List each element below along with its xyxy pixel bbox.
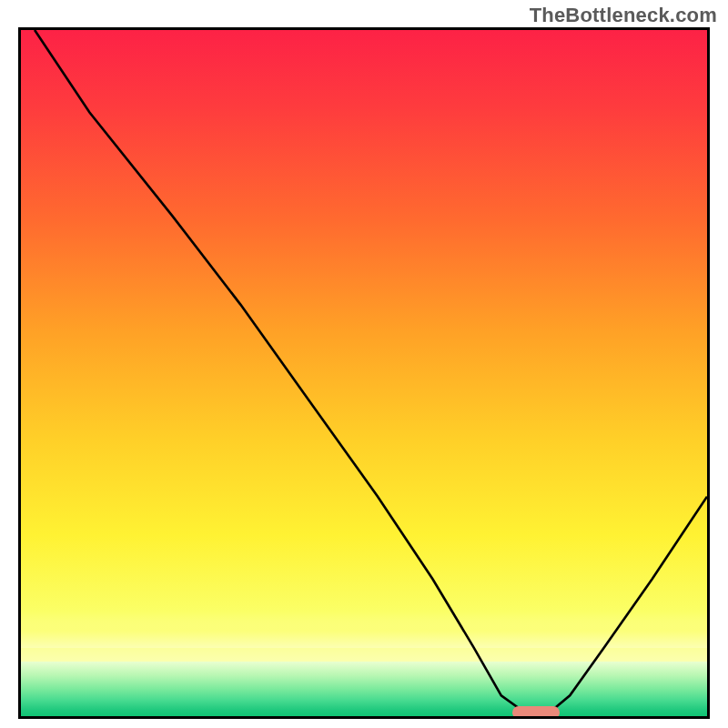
optimum-marker — [512, 706, 560, 719]
bottleneck-chart: TheBottleneck.com — [0, 0, 728, 728]
plot-area — [18, 27, 710, 719]
bottleneck-curve-path — [35, 30, 707, 713]
bottleneck-curve-svg — [21, 30, 707, 716]
attribution-text: TheBottleneck.com — [530, 4, 717, 27]
